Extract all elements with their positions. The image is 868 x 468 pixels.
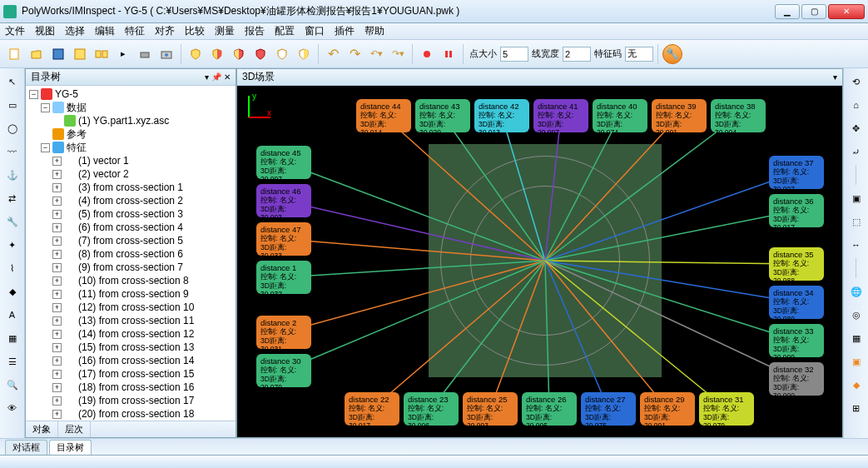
distance-label-44[interactable]: distance 44控制: 名义:3D距离: 30.014 [356, 99, 411, 132]
menu-0[interactable]: 文件 [5, 24, 25, 38]
tree-root[interactable]: −YG-5 [26, 87, 236, 101]
menu-12[interactable]: 帮助 [365, 24, 384, 38]
distance-label-34[interactable]: distance 34控制: 名义:3D距离: 29.989 [769, 286, 824, 319]
shield-dual-icon[interactable] [207, 44, 227, 64]
tree-item-7[interactable]: +(8) from cross-section 6 [26, 247, 236, 261]
distance-label-1[interactable]: distance 1控制: 名义:3D距离: 30.032 [256, 261, 311, 294]
distance-label-40[interactable]: distance 40控制: 名义:3D距离: 29.974 [593, 99, 647, 132]
tree-item-13[interactable]: +(14) from cross-section 12 [26, 327, 236, 341]
tree-body[interactable]: −YG-5−数据(1) YG.part1.xyz.asc参考−特征+(1) ve… [26, 86, 236, 421]
curve-icon[interactable]: 〰 [2, 142, 22, 162]
menu-9[interactable]: 配置 [275, 24, 295, 38]
tab-layers[interactable]: 层次 [58, 421, 91, 437]
distance-label-23[interactable]: distance 23控制: 名义:3D距离: 30.006 [404, 392, 459, 426]
shield-white-icon[interactable] [272, 44, 292, 64]
line-width-input[interactable] [563, 47, 591, 62]
probe-icon[interactable]: ✦ [2, 235, 22, 255]
distance-label-43[interactable]: distance 43控制: 名义:3D距离: 30.029 [415, 99, 470, 132]
distance-label-38[interactable]: distance 38控制: 名义:3D距离: 30.004 [711, 99, 766, 132]
tree-item-16[interactable]: +(17) from cross-section 15 [26, 367, 236, 381]
tree-data-item[interactable]: (1) YG.part1.xyz.asc [26, 114, 236, 127]
save-icon[interactable] [48, 44, 68, 64]
orbit-icon[interactable]: ⟲ [846, 72, 866, 92]
open-icon[interactable] [27, 44, 47, 64]
undo-menu-icon[interactable]: ↶▾ [366, 44, 386, 64]
menu-11[interactable]: 插件 [335, 24, 355, 38]
distance-label-41[interactable]: distance 41控制: 名义:3D距离: 29.997 [533, 99, 588, 132]
new-icon[interactable] [5, 44, 25, 64]
globe-icon[interactable]: 🌐 [846, 281, 866, 301]
redo-menu-icon[interactable]: ↷▾ [388, 44, 408, 64]
menu-8[interactable]: 报告 [245, 24, 265, 38]
tree-feat[interactable]: −特征 [26, 141, 236, 154]
pause-icon[interactable] [439, 44, 459, 64]
snapshot-icon[interactable] [156, 44, 176, 64]
distance-label-30[interactable]: distance 30控制: 名义:3D距离: 29.979 [256, 354, 311, 387]
tilt-icon[interactable]: ◆ [846, 375, 866, 395]
fit-icon[interactable]: ▣ [846, 188, 866, 208]
tree-item-8[interactable]: +(9) from cross-section 7 [26, 261, 236, 274]
distance-label-47[interactable]: distance 47控制: 名义:3D距离: 30.033 [256, 222, 311, 256]
pipe-icon[interactable]: ⌇ [2, 258, 22, 278]
menu-6[interactable]: 比较 [185, 24, 205, 38]
menu-5[interactable]: 对齐 [155, 24, 175, 38]
compare-icon[interactable] [92, 44, 112, 64]
distance-label-32[interactable]: distance 32控制: 名义:3D距离: 30.000 [769, 362, 824, 396]
undo-icon[interactable]: ↶ [323, 44, 343, 64]
tree-item-6[interactable]: +(7) from cross-section 5 [26, 234, 236, 247]
redo-icon[interactable]: ↷ [345, 44, 365, 64]
box-icon[interactable]: ▣ [846, 351, 866, 371]
tree-item-11[interactable]: +(12) from cross-section 10 [26, 301, 236, 314]
distance-label-27[interactable]: distance 27控制: 名义:3D距离: 29.975 [581, 392, 636, 426]
lasso-icon[interactable]: ◯ [2, 118, 22, 138]
distance-label-37[interactable]: distance 37控制: 名义:3D距离: 30.007 [769, 156, 824, 189]
print-icon[interactable] [135, 44, 155, 64]
home-icon[interactable]: ⌂ [846, 95, 866, 115]
shield-mixed-icon[interactable] [294, 44, 314, 64]
shield-yellow-icon[interactable] [186, 44, 206, 64]
menu-2[interactable]: 选择 [65, 24, 85, 38]
scene-3d[interactable]: yxdistance 44控制: 名义:3D距离: 30.014distance… [237, 86, 842, 437]
tree-item-17[interactable]: +(18) from cross-section 16 [26, 381, 236, 394]
tree-item-9[interactable]: +(10) from cross-section 8 [26, 274, 236, 287]
distance-label-36[interactable]: distance 36控制: 名义:3D距离: 30.017 [769, 194, 824, 227]
distance-label-25[interactable]: distance 25控制: 名义:3D距离: 29.993 [463, 392, 518, 426]
maximize-button[interactable]: ▢ [801, 4, 826, 19]
anchor-icon[interactable]: ⚓ [2, 165, 22, 185]
distance-label-39[interactable]: distance 39控制: 名义:3D距离: 29.991 [652, 99, 707, 132]
zoom-icon[interactable]: 🔍 [2, 375, 22, 395]
shield-red-icon[interactable] [250, 44, 270, 64]
tree-item-2[interactable]: +(3) from cross-section 1 [26, 181, 236, 194]
select-icon[interactable]: ▭ [2, 95, 22, 115]
tree-item-14[interactable]: +(15) from cross-section 13 [26, 341, 236, 354]
import-icon[interactable] [70, 44, 90, 64]
feature-code-input[interactable] [625, 47, 653, 62]
rotate-icon[interactable]: ⤾ [846, 142, 866, 162]
tree-item-19[interactable]: +(20) from cross-section 18 [26, 407, 236, 421]
menu-4[interactable]: 特征 [125, 24, 145, 38]
distance-label-2[interactable]: distance 2控制: 名义:3D距离: 30.031 [256, 316, 311, 349]
shield-split-icon[interactable] [229, 44, 249, 64]
text-icon[interactable]: A [2, 305, 22, 325]
distance-label-46[interactable]: distance 46控制: 名义:3D距离: 30.003 [256, 184, 311, 217]
distance-label-33[interactable]: distance 33控制: 名义:3D距离: 29.999 [769, 324, 824, 357]
report-icon[interactable]: ☰ [2, 351, 22, 371]
distance-label-45[interactable]: distance 45控制: 名义:3D距离: 29.997 [256, 146, 311, 179]
distance-label-31[interactable]: distance 31控制: 名义:3D距离: 29.979 [699, 392, 754, 426]
distance-label-35[interactable]: distance 35控制: 名义:3D距离: 29.988 [769, 247, 824, 281]
close-button[interactable]: ✕ [828, 4, 865, 19]
tree-item-10[interactable]: +(11) from cross-section 9 [26, 287, 236, 301]
scene-menu-icon[interactable]: ▾ [833, 72, 837, 82]
menu-10[interactable]: 窗口 [305, 24, 325, 38]
tab-objects[interactable]: 对象 [26, 421, 58, 437]
distance-label-26[interactable]: distance 26控制: 名义:3D距离: 29.995 [522, 392, 577, 426]
cursor-icon[interactable]: ↖ [2, 72, 22, 92]
menu-1[interactable]: 视图 [35, 24, 55, 38]
tree-ref[interactable]: 参考 [26, 127, 236, 141]
tab-dialog[interactable]: 对话框 [5, 440, 47, 455]
eye-icon[interactable]: 👁 [2, 398, 22, 418]
tree-data[interactable]: −数据 [26, 101, 236, 114]
scale-icon[interactable]: ↔ [846, 235, 866, 255]
distance-label-22[interactable]: distance 22控制: 名义:3D距离: 30.017 [345, 392, 399, 426]
record-icon[interactable] [417, 44, 437, 64]
